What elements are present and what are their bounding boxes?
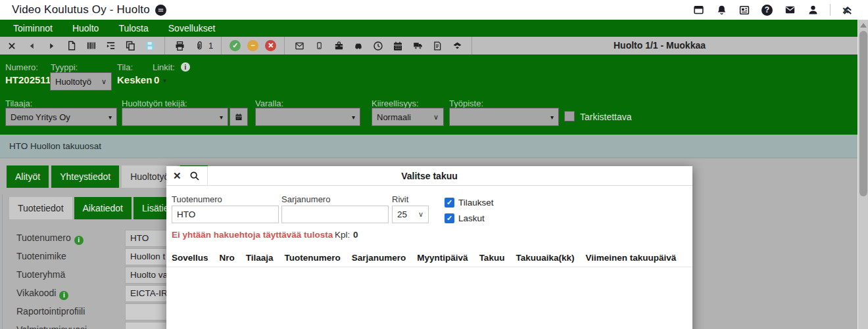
tarkistettava-checkbox[interactable] xyxy=(564,111,575,121)
laskut-checkbox-row: ✓ Laskut xyxy=(445,213,485,223)
scroll-up-arrow-icon[interactable] xyxy=(860,23,867,28)
count-label: Kpl: xyxy=(335,230,350,240)
tyopiste-combo[interactable]: ▾ xyxy=(449,108,559,126)
tab-alityot[interactable]: Alityöt xyxy=(7,165,49,188)
tyyppi-select[interactable]: Huoltotyö∨ xyxy=(50,72,112,91)
email-icon[interactable] xyxy=(293,39,306,53)
col-tuotenumero[interactable]: Tuotenumero xyxy=(285,253,341,263)
barcode-icon[interactable] xyxy=(84,39,97,53)
attachment-icon[interactable] xyxy=(193,39,206,53)
modal-rivit-label: Rivit xyxy=(392,194,408,204)
print-icon[interactable] xyxy=(173,39,186,53)
approve-icon[interactable]: ✓ xyxy=(229,40,241,51)
search-icon[interactable] xyxy=(189,171,200,181)
subtab-aikatiedot[interactable]: Aikatiedot xyxy=(74,197,132,219)
toolbar-separator xyxy=(471,37,472,55)
new-document-icon[interactable] xyxy=(64,39,78,53)
toolbar-separator xyxy=(221,37,222,55)
info-icon[interactable]: i xyxy=(74,236,84,245)
tarkistettava-label: Tarkistettava xyxy=(580,112,632,122)
menu-huolto[interactable]: Huolto xyxy=(72,23,99,33)
varalla-label: Varalla: xyxy=(255,99,283,108)
worklist-icon[interactable] xyxy=(104,39,117,53)
menu-sovellukset[interactable]: Sovellukset xyxy=(168,23,216,33)
dialog-close-icon[interactable]: ✕ xyxy=(173,170,181,182)
subtab-tuotetiedot[interactable]: Tuotetiedot xyxy=(9,197,72,219)
tekija-combo[interactable]: ▾ xyxy=(122,108,228,126)
col-nro[interactable]: Nro xyxy=(220,253,235,263)
mail-icon[interactable] xyxy=(784,5,796,15)
toolbar-separator xyxy=(284,37,285,55)
record-context-label: Huolto 1/1 - Muokkaa xyxy=(614,37,706,55)
window-icon[interactable] xyxy=(692,5,705,16)
tilaaja-combo[interactable]: Demo Yritys Oy▾ xyxy=(5,108,117,126)
tab-yhteystiedot[interactable]: Yhteystiedot xyxy=(51,165,119,188)
tilaukset-checkbox-row: ✓ Tilaukset xyxy=(445,198,494,208)
chevron-down-icon: ∨ xyxy=(97,77,107,86)
bell-icon[interactable] xyxy=(716,4,727,16)
col-takuuaika[interactable]: Takuuaika(kk) xyxy=(516,253,574,263)
section-close-icon[interactable]: ✕ xyxy=(842,5,850,16)
laskut-checkbox[interactable]: ✓ xyxy=(445,213,454,223)
numero-value: HT202511 xyxy=(5,74,51,85)
modal-rivit-select[interactable]: 25∨ xyxy=(392,206,429,223)
col-sovellus[interactable]: Sovellus xyxy=(172,253,208,263)
col-takuu[interactable]: Takuu xyxy=(479,253,505,263)
nav-forward-icon[interactable] xyxy=(45,39,58,53)
tekija-calendar-button[interactable] xyxy=(229,108,248,126)
combo-arrow-icon: ▾ xyxy=(546,114,554,121)
linkit-info-icon[interactable]: i xyxy=(181,62,190,72)
col-myyntipaiva[interactable]: Myyntipäivä xyxy=(417,253,468,263)
close-record-icon[interactable] xyxy=(5,39,18,53)
kiireellisyys-select[interactable]: Normaali∨ xyxy=(372,108,444,126)
hold-icon[interactable]: − xyxy=(247,40,258,51)
chevron-down-icon: ∨ xyxy=(413,210,423,219)
linkit-caret-icon[interactable]: ▾ xyxy=(163,77,166,84)
combo-arrow-icon: ▾ xyxy=(348,114,355,121)
table-header-divider xyxy=(166,267,692,267)
record-toolbar: 1 ✓ − ✕ Huolto 1 xyxy=(0,37,868,55)
kiireellisyys-label: Kiireellisyys: xyxy=(372,99,419,108)
varalla-combo[interactable]: ▾ xyxy=(255,108,360,126)
tuotenimike-field-label: Tuotenimike xyxy=(16,251,66,261)
toolbar-separator xyxy=(164,37,165,55)
tilaukset-checkbox[interactable]: ✓ xyxy=(445,198,454,208)
modal-tuotenumero-label: Tuotenumero xyxy=(172,194,222,204)
combo-arrow-icon: ▾ xyxy=(105,114,112,121)
mobile-icon[interactable] xyxy=(312,39,326,53)
user-icon[interactable] xyxy=(808,4,819,16)
scrollbar-thumb[interactable] xyxy=(859,31,867,196)
tilaukset-label: Tilaukset xyxy=(458,198,494,208)
modal-sarjanumero-input[interactable] xyxy=(281,206,389,223)
toolbox-icon[interactable] xyxy=(332,39,345,53)
clock-icon[interactable] xyxy=(372,39,385,53)
copy-icon[interactable] xyxy=(124,39,137,53)
raportointiprofiili-field-label: Raportointiprofiili xyxy=(16,306,85,317)
col-sarjanumero[interactable]: Sarjanumero xyxy=(352,253,406,263)
col-viimeinen-takuupaiva[interactable]: Viimeinen takuupäivä xyxy=(585,253,676,263)
note-icon[interactable] xyxy=(431,39,444,53)
save-icon[interactable] xyxy=(143,39,157,53)
dropbox-icon[interactable] xyxy=(450,39,464,53)
tuoteryhma-field-label: Tuoteryhmä xyxy=(16,269,65,280)
col-tilaaja[interactable]: Tilaaja xyxy=(246,253,274,263)
linkit-count[interactable]: 0 xyxy=(154,74,159,85)
results-table-header: Sovellus Nro Tilaaja Tuotenumero Sarjanu… xyxy=(172,253,676,263)
reject-icon[interactable]: ✕ xyxy=(265,40,276,51)
nav-back-icon[interactable] xyxy=(25,39,38,53)
info-icon[interactable]: i xyxy=(59,291,68,300)
tilaaja-label: Tilaaja: xyxy=(5,99,32,108)
attachment-count: 1 xyxy=(208,41,213,51)
section-title: HTO Huollon takuuosat xyxy=(9,141,101,151)
car-icon[interactable] xyxy=(352,39,365,53)
calendar-icon[interactable] xyxy=(391,39,404,53)
modal-tuotenumero-input[interactable] xyxy=(172,206,279,223)
vertical-scrollbar[interactable] xyxy=(857,20,868,329)
delivery-truck-icon[interactable] xyxy=(411,39,424,53)
titlebar-separator xyxy=(830,4,831,16)
help-icon[interactable]: ? xyxy=(761,5,773,16)
menu-toiminnot[interactable]: Toiminnot xyxy=(13,23,53,33)
app-window: Video Koulutus Oy - Huolto ? xyxy=(0,0,868,329)
menu-tulosta[interactable]: Tulosta xyxy=(118,23,148,33)
news-icon[interactable] xyxy=(738,5,750,16)
